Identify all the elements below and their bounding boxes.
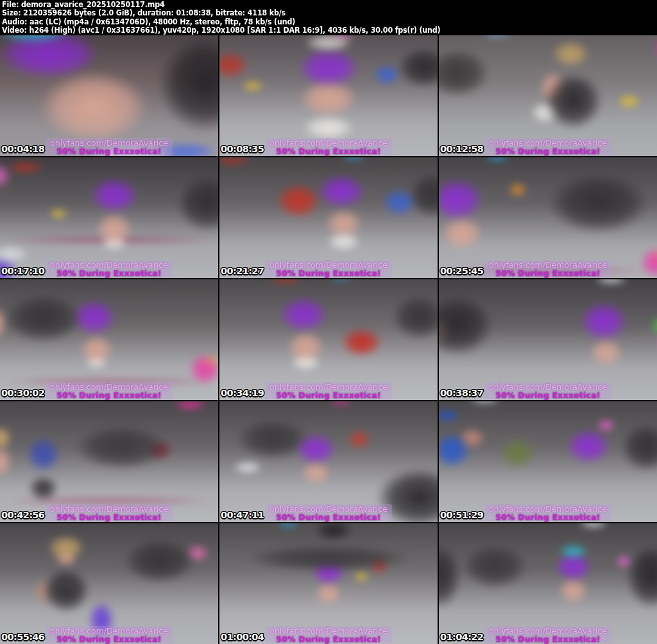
- video-thumbnail: onlyfans.com/DemoraAvarice 50% During Ex…: [439, 157, 657, 278]
- video-thumbnail: onlyfans.com/DemoraAvarice 50% During Ex…: [0, 279, 218, 400]
- video-thumbnail: onlyfans.com/DemoraAvarice 50% During Ex…: [0, 157, 218, 278]
- video-thumbnail: onlyfans.com/DemoraAvarice 50% During Ex…: [0, 523, 218, 644]
- video-thumbnail: onlyfans.com/DemoraAvarice 50% During Ex…: [439, 35, 657, 156]
- timestamp-overlay: 00:34:19: [221, 388, 264, 398]
- video-thumbnail: onlyfans.com/DemoraAvarice 50% During Ex…: [219, 279, 438, 400]
- video-thumbnail: onlyfans.com/DemoraAvarice 50% During Ex…: [439, 523, 657, 644]
- timestamp-overlay: 00:21:27: [221, 266, 264, 276]
- contact-sheet: File: demora_avarice_202510250117.mp4 Si…: [0, 0, 657, 644]
- video-thumbnail: onlyfans.com/DemoraAvarice 50% During Ex…: [439, 279, 657, 400]
- video-thumbnail: onlyfans.com/DemoraAvarice 50% During Ex…: [0, 401, 218, 522]
- video-thumbnail: onlyfans.com/DemoraAvarice 50% During Ex…: [219, 523, 438, 644]
- metadata-line-file: File: demora_avarice_202510250117.mp4: [2, 1, 637, 9]
- video-thumbnail: onlyfans.com/DemoraAvarice 50% During Ex…: [219, 157, 438, 278]
- timestamp-overlay: 00:08:35: [221, 144, 264, 154]
- timestamp-overlay: 00:51:29: [440, 510, 483, 520]
- video-thumbnail: onlyfans.com/DemoraAvarice 50% During Ex…: [219, 401, 438, 522]
- timestamp-overlay: 00:55:46: [1, 632, 44, 642]
- timestamp-overlay: 00:25:45: [440, 266, 483, 276]
- timestamp-overlay: 00:12:58: [440, 144, 483, 154]
- timestamp-overlay: 01:00:04: [221, 632, 264, 642]
- timestamp-overlay: 00:30:02: [1, 388, 44, 398]
- video-thumbnail: onlyfans.com/DemoraAvarice 50% During Ex…: [219, 35, 438, 156]
- video-thumbnail: onlyfans.com/DemoraAvarice 50% During Ex…: [0, 35, 218, 156]
- timestamp-overlay: 00:38:37: [440, 388, 483, 398]
- thumbnail-grid: onlyfans.com/DemoraAvarice 50% During Ex…: [0, 35, 657, 644]
- timestamp-overlay: 00:17:10: [1, 266, 44, 276]
- metadata-line-size: Size: 2120359626 bytes (2.0 GiB), durati…: [2, 9, 637, 17]
- metadata-line-video: Video: h264 (High) (avc1 / 0x31637661), …: [2, 26, 637, 35]
- timestamp-overlay: 00:04:18: [1, 144, 44, 154]
- timestamp-overlay: 00:42:56: [1, 510, 44, 520]
- metadata-line-audio: Audio: aac (LC) (mp4a / 0x6134706D), 480…: [2, 18, 637, 26]
- video-thumbnail: onlyfans.com/DemoraAvarice 50% During Ex…: [439, 401, 657, 522]
- timestamp-overlay: 01:04:22: [440, 632, 483, 642]
- timestamp-overlay: 00:47:11: [221, 510, 264, 520]
- metadata-header: File: demora_avarice_202510250117.mp4 Si…: [0, 0, 657, 35]
